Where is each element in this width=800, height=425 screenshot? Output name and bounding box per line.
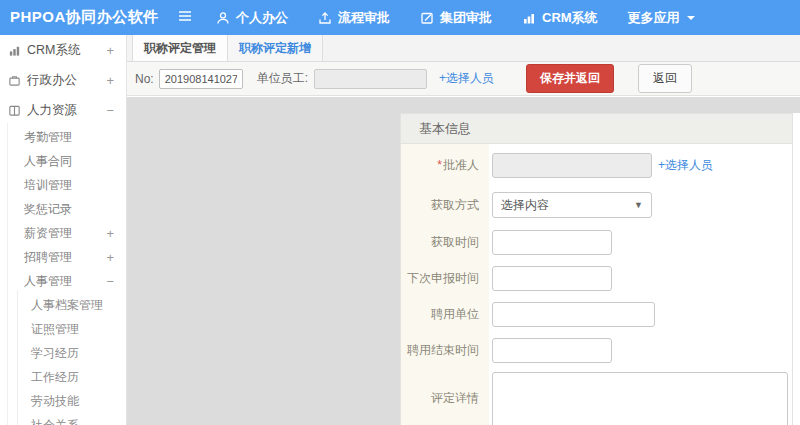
form-area: 基本信息 * 批准人 +选择人员 获取方式 xyxy=(400,113,800,425)
hamburger-icon xyxy=(177,9,193,27)
sidebar-item-label: 薪资管理 xyxy=(24,225,72,242)
bar-chart-icon xyxy=(522,11,536,25)
sidebar-item-certificates[interactable]: 证照管理 xyxy=(0,317,126,341)
acquire-method-select[interactable]: 选择内容 ▼ xyxy=(492,192,652,218)
app-logo: PHPOA协同办公软件 xyxy=(0,8,168,27)
field-label: * 批准人 xyxy=(401,144,489,186)
sidebar-item-label: 人事档案管理 xyxy=(31,297,103,314)
acquire-time-input[interactable] xyxy=(492,230,612,255)
evaluation-detail-textarea[interactable] xyxy=(492,372,788,425)
sidebar-item-hr[interactable]: 人力资源 − xyxy=(0,95,126,125)
nav-more-apps[interactable]: 更多应用 xyxy=(628,9,696,27)
nav-label: 流程审批 xyxy=(338,9,390,27)
sidebar-item-label: 人事管理 xyxy=(24,273,72,290)
expand-icon[interactable]: + xyxy=(106,43,114,58)
required-mark: * xyxy=(437,158,442,172)
sidebar-item-label: 培训管理 xyxy=(24,177,72,194)
section-title: 基本信息 xyxy=(419,120,471,138)
record-no-input[interactable] xyxy=(159,69,243,89)
tab-title-evaluation-new[interactable]: 职称评定新增 xyxy=(228,35,323,61)
sidebar-item-label: 行政办公 xyxy=(27,72,77,89)
sidebar-item-label: 劳动技能 xyxy=(31,393,79,410)
employee-input[interactable] xyxy=(314,69,427,89)
caret-down-icon xyxy=(686,14,696,22)
nav-label: CRM系统 xyxy=(542,9,598,27)
form-row-acquire-method: 获取方式 选择内容 ▼ xyxy=(401,186,792,224)
sidebar-item-label: CRM系统 xyxy=(27,42,80,59)
edit-approval-icon xyxy=(420,11,434,25)
no-label: No: xyxy=(135,72,154,86)
next-declare-time-input[interactable] xyxy=(492,266,612,291)
form-row-next-declare-time: 下次申报时间 xyxy=(401,260,792,296)
approver-input[interactable] xyxy=(492,153,652,178)
employee-label: 单位员工: xyxy=(257,70,308,87)
select-value: 选择内容 xyxy=(501,197,549,214)
employer-input[interactable] xyxy=(492,302,655,327)
sidebar-item-work-history[interactable]: 工作经历 xyxy=(0,365,126,389)
field-label: 评定详情 xyxy=(401,368,489,425)
nav-workflow-approval[interactable]: 流程审批 xyxy=(318,9,390,27)
employment-end-time-input[interactable] xyxy=(492,338,612,363)
workflow-approval-icon xyxy=(318,11,332,25)
collapse-icon[interactable]: − xyxy=(106,103,114,118)
select-person-link[interactable]: +选择人员 xyxy=(439,70,494,87)
sidebar: CRM系统 + 行政办公 + 人力资源 − 考勤管理 人事合同 培训管理 奖惩记… xyxy=(0,35,127,425)
select-caret-icon: ▼ xyxy=(634,200,643,210)
sidebar-item-label: 工作经历 xyxy=(31,369,79,386)
sidebar-item-label: 人事合同 xyxy=(24,153,72,170)
field-label: 下次申报时间 xyxy=(401,260,489,296)
nav-personal-office[interactable]: 个人办公 xyxy=(216,9,288,27)
form-row-employment-end-time: 聘用结束时间 xyxy=(401,332,792,368)
nav-group-approval[interactable]: 集团审批 xyxy=(420,9,492,27)
sidebar-item-label: 社会关系 xyxy=(31,417,79,425)
sidebar-item-training[interactable]: 培训管理 xyxy=(0,173,126,197)
collapse-icon[interactable]: − xyxy=(106,274,114,289)
nav-label: 个人办公 xyxy=(236,9,288,27)
sidebar-item-label: 奖惩记录 xyxy=(24,201,72,218)
field-label: 聘用结束时间 xyxy=(401,332,489,368)
bar-chart-icon xyxy=(8,44,21,57)
sidebar-item-education-history[interactable]: 学习经历 xyxy=(0,341,126,365)
user-icon xyxy=(216,11,230,25)
tab-title-evaluation-management[interactable]: 职称评定管理 xyxy=(132,35,228,61)
tab-label: 职称评定新增 xyxy=(239,40,311,57)
field-label: 聘用单位 xyxy=(401,296,489,332)
sidebar-item-personnel[interactable]: 人事管理− xyxy=(0,269,126,293)
tab-label: 职称评定管理 xyxy=(144,40,216,57)
sidebar-item-label: 证照管理 xyxy=(31,321,79,338)
sidebar-item-labor-skills[interactable]: 劳动技能 xyxy=(0,389,126,413)
sidebar-item-social-relations[interactable]: 社会关系 xyxy=(0,413,126,425)
sidebar-item-label: 学习经历 xyxy=(31,345,79,362)
nav-label: 集团审批 xyxy=(440,9,492,27)
form-row-employer: 聘用单位 xyxy=(401,296,792,332)
sidebar-item-personnel-files[interactable]: 人事档案管理 xyxy=(0,293,126,317)
nav-label: 更多应用 xyxy=(628,9,680,27)
form-row-evaluation-detail: 评定详情 xyxy=(401,368,792,425)
sidebar-item-rewards[interactable]: 奖惩记录 xyxy=(0,197,126,221)
menu-toggle-button[interactable] xyxy=(168,9,202,27)
sidebar-item-label: 招聘管理 xyxy=(24,249,72,266)
save-and-return-button[interactable]: 保存并返回 xyxy=(526,64,614,93)
briefcase-icon xyxy=(8,74,21,87)
nav-crm-system[interactable]: CRM系统 xyxy=(522,9,598,27)
sidebar-item-hr-contract[interactable]: 人事合同 xyxy=(0,149,126,173)
sidebar-item-salary[interactable]: 薪资管理+ xyxy=(0,221,126,245)
select-person-link[interactable]: +选择人员 xyxy=(658,157,713,174)
sidebar-item-admin-office[interactable]: 行政办公 + xyxy=(0,65,126,95)
sidebar-item-recruitment[interactable]: 招聘管理+ xyxy=(0,245,126,269)
field-label: 获取方式 xyxy=(401,186,489,224)
form-row-approver: * 批准人 +选择人员 xyxy=(401,144,792,186)
back-button[interactable]: 返回 xyxy=(638,64,692,93)
expand-icon[interactable]: + xyxy=(106,250,114,265)
basic-info-panel: 基本信息 * 批准人 +选择人员 获取方式 xyxy=(400,113,793,425)
tab-bar: 职称评定管理 职称评定新增 xyxy=(127,35,800,62)
content-backdrop: 基本信息 * 批准人 +选择人员 获取方式 xyxy=(127,97,800,425)
sidebar-item-crm[interactable]: CRM系统 + xyxy=(0,35,126,65)
sidebar-item-attendance[interactable]: 考勤管理 xyxy=(0,125,126,149)
form-row-acquire-time: 获取时间 xyxy=(401,224,792,260)
field-label: 获取时间 xyxy=(401,224,489,260)
topnav: 个人办公 流程审批 集团审批 CRM系统 更多应用 xyxy=(216,9,726,27)
expand-icon[interactable]: + xyxy=(106,226,114,241)
sidebar-item-label: 人力资源 xyxy=(27,102,77,119)
expand-icon[interactable]: + xyxy=(106,73,114,88)
